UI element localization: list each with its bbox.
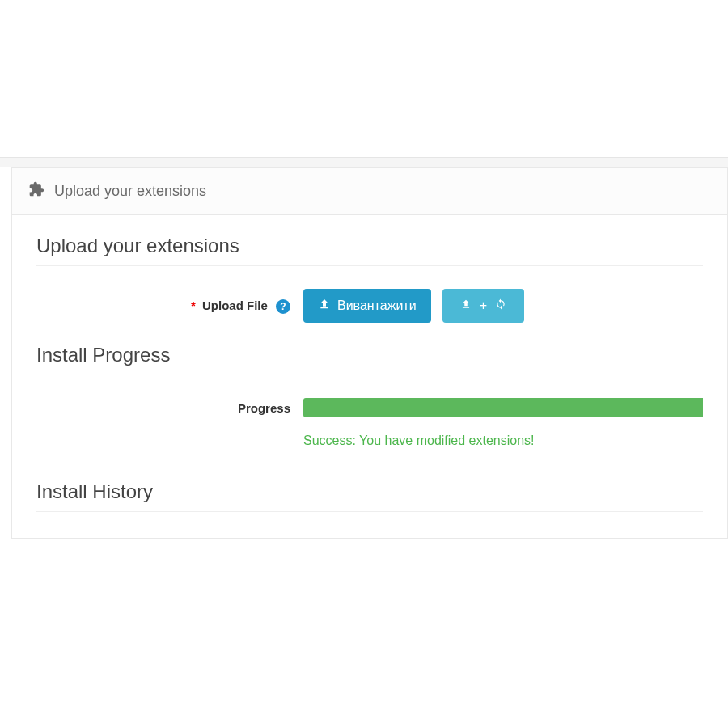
panel-header: Upload your extensions xyxy=(12,168,727,215)
top-whitespace xyxy=(0,0,728,157)
refresh-icon xyxy=(495,298,506,313)
progress-bar xyxy=(303,398,703,417)
upload-row: * Upload File ? Вивантажити + xyxy=(36,289,703,323)
progress-label: Progress xyxy=(36,398,303,415)
upload-buttons: Вивантажити + xyxy=(303,289,524,323)
upload-button[interactable]: Вивантажити xyxy=(303,289,431,323)
progress-bar-wrap: Success: You have modified extensions! xyxy=(303,398,703,448)
gray-separator xyxy=(0,157,728,167)
puzzle-icon xyxy=(28,181,44,201)
upload-section-title: Upload your extensions xyxy=(36,235,703,266)
upload-file-label-wrap: * Upload File ? xyxy=(36,298,303,314)
upload-icon-small xyxy=(460,298,472,313)
upload-icon xyxy=(318,298,331,314)
required-marker: * xyxy=(191,298,196,312)
help-icon[interactable]: ? xyxy=(276,299,290,314)
upload-refresh-button[interactable]: + xyxy=(442,289,524,323)
plus-text: + xyxy=(480,298,487,313)
upload-button-label: Вивантажити xyxy=(337,298,417,313)
history-section-title: Install History xyxy=(36,480,703,512)
upload-panel: Upload your extensions Upload your exten… xyxy=(11,167,728,539)
upload-file-label: Upload File xyxy=(202,298,268,312)
panel-body: Upload your extensions * Upload File ? В… xyxy=(12,215,727,538)
success-message: Success: You have modified extensions! xyxy=(303,434,703,448)
panel-header-title: Upload your extensions xyxy=(54,183,206,200)
progress-section-title: Install Progress xyxy=(36,344,703,375)
progress-row: Progress Success: You have modified exte… xyxy=(36,398,703,448)
